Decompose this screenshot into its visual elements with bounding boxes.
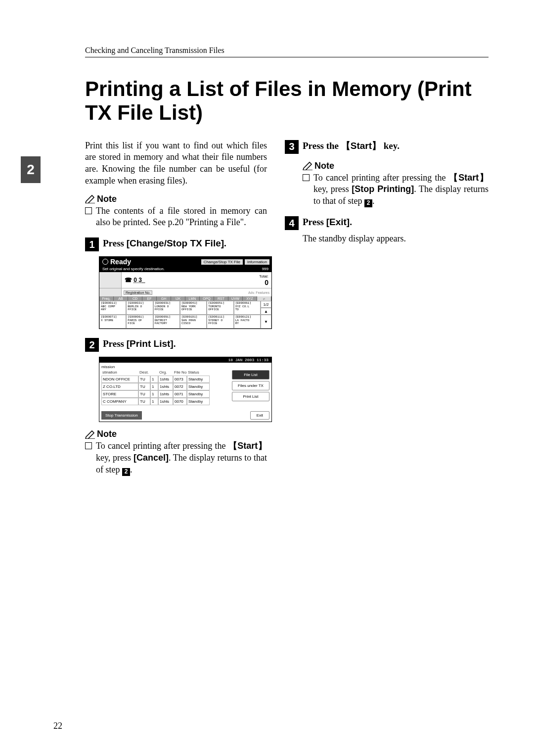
table-cell: 1 [150,376,158,383]
checkbox-icon [85,442,92,449]
table-cell: TU [138,383,150,390]
destination-tile[interactable]: [E000091]DETROITFACTORY [153,315,180,329]
instruction-text: Set original and specify destination. [102,267,165,271]
table-cell: 0070 [173,398,187,405]
exit-button[interactable]: Exit [250,411,269,420]
alpha-tab[interactable]: Freq. [99,296,114,301]
pencil-icon [85,430,96,439]
note-text: To cancel printing after pressing the [96,441,228,451]
chapter-tab: 2 [21,156,41,183]
alpha-tab[interactable]: RST [214,296,228,301]
alpha-tab[interactable]: GH [157,296,171,301]
scroll-up-button[interactable]: ▲ [261,308,271,315]
alpha-tab[interactable]: EF [142,296,157,301]
table-cell: 1 [150,383,158,390]
change-stop-tx-file-button[interactable]: Change/Stop TX File [201,259,243,265]
search-icon[interactable]: ⌕ [257,296,271,301]
destination-tile[interactable]: [E000101]SAN FRANCISCO [180,315,207,329]
note-item: To cancel printing after pressing the 【S… [85,440,267,475]
ready-indicator: Ready [99,257,134,267]
step-text: Press [103,338,127,349]
key-label: Start [237,441,258,451]
memory-count: 999 [262,267,268,271]
note-heading: Note [85,194,267,204]
step-ref-icon: 2 [364,199,372,207]
table-row[interactable]: Z CO.LTDTU11shts0072Standby [101,383,229,390]
running-header: Checking and Canceling Transmission File… [85,46,224,55]
screenshot-ready-panel: Ready Change/Stop TX File Information Se… [99,256,272,329]
page-number: 22 [53,721,62,731]
destination-tile[interactable]: [E000111]SYDNEY OFFICE [207,315,233,329]
print-list-button[interactable]: Print List [232,392,269,401]
punct: . [130,465,133,474]
table-cell: Standby [187,383,210,390]
page-indicator: 1/2 [261,301,271,308]
table-cell: 1shts [158,376,173,383]
registration-no-button[interactable]: Registration No. [124,290,152,295]
destination-tile[interactable]: [E000081]PARIS OFFICE [126,315,153,329]
standby-text: The standby display appears. [303,233,489,245]
left-stub [99,272,122,288]
table-cell: NDON OFFICE [101,376,138,383]
destination-grid: [E000011]ABC COMPANY[E000021]BERLIN OFFI… [99,301,271,329]
destination-tile[interactable]: [E000121]LA FACTORY [234,315,261,329]
note-heading: Note [85,429,267,439]
note-text: key, press [313,184,352,194]
punct: . [350,217,352,227]
key-label: Start [351,141,372,151]
punct: . [174,338,176,349]
table-cell: 1shts [158,398,173,405]
table-row[interactable]: C COMPANYTU11shts0070Standby [101,398,229,405]
note-text: The contents of a file stored in memory … [96,205,267,229]
alpha-tab[interactable]: LMN [185,296,200,301]
destination-tile[interactable]: [E000021]BERLIN OFFICE [126,301,153,315]
ui-button-label: [Cancel] [134,453,169,463]
step-text: Press [103,238,127,248]
alpha-tab[interactable]: IJK [171,296,185,301]
punct: . [372,196,375,206]
step-number-icon: 3 [285,140,299,154]
table-header: stinationDest.Org.File No.Status [101,370,229,376]
scroll-down-button[interactable]: ▼ [261,315,271,329]
information-button[interactable]: Information [245,259,269,265]
note-heading: Note [303,161,489,171]
step-number-icon: 2 [85,338,99,352]
alpha-tab[interactable]: AB [114,296,128,301]
table-row[interactable]: NDON OFFICETU11shts0073Standby [101,376,229,383]
table-cell: Standby [187,376,210,383]
alpha-tab[interactable]: OPQ [200,296,214,301]
total-value: 0 [265,279,268,286]
file-list-button[interactable]: File List [232,370,269,379]
checkbox-icon [303,174,310,181]
step-text: Press the [303,141,341,151]
mission-label: mission [101,365,269,369]
destination-tile[interactable]: [E000061]XYZ CO.LTD [234,301,261,315]
destination-tile[interactable]: [E000051]TORONTOOFFICE [207,301,233,315]
destination-tile[interactable]: [E000031]LONDON OFFICE [153,301,180,315]
alpha-tabs: Freq. AB CD EF GH IJK LMN OPQ RST UVW XY… [99,296,271,301]
table-cell: 0072 [173,383,187,390]
left-stub [99,288,122,296]
table-cell: Standby [187,390,210,398]
table-cell: 0073 [173,376,187,383]
destination-tile[interactable]: [E000011]ABC COMPANY [99,301,126,315]
table-row[interactable]: STORETU11shts0071Standby [101,390,229,398]
alpha-tab[interactable]: UVW [228,296,243,301]
total-label: Total: [259,274,268,279]
checkbox-icon [85,207,92,214]
stop-transmission-button[interactable]: Stop Transmission [101,411,142,420]
step-number-icon: 4 [285,216,299,230]
pencil-icon [303,161,313,170]
step-text: key. [381,141,400,151]
note-label: Note [97,194,117,204]
destination-tile[interactable]: [E000071]X STORE [99,315,126,329]
files-under-tx-button[interactable]: Files under TX [232,381,269,390]
ui-button-label: [Stop Printing] [352,184,414,194]
ui-button-label: [Exit] [326,217,350,227]
page-title: Printing a List of Files in Memory (Prin… [85,77,489,125]
table-cell: Standby [187,398,210,405]
ui-button-label: [Print List] [127,338,174,349]
alpha-tab[interactable]: CD [128,296,142,301]
destination-tile[interactable]: [E000041]NEW YORKOFFICE [180,301,207,315]
alpha-tab[interactable]: XYZ [243,296,257,301]
